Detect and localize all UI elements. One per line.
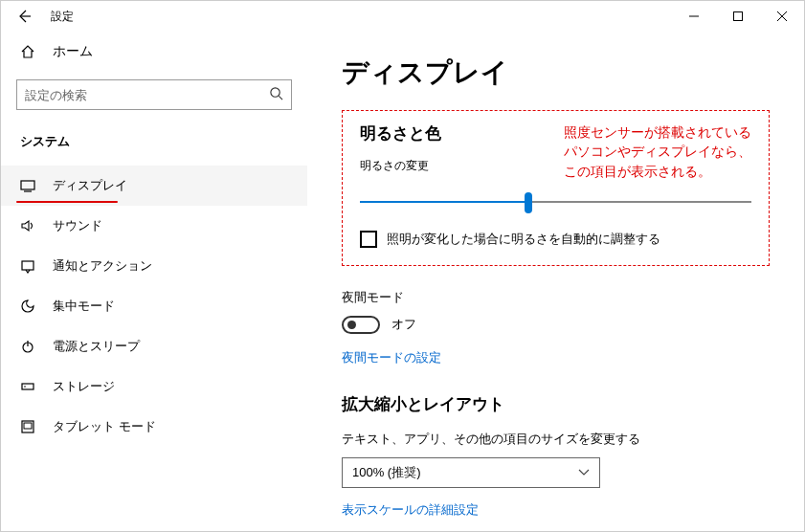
night-mode-settings-link[interactable]: 夜間モードの設定 xyxy=(342,349,770,366)
sidebar: ホーム システム ディスプレイ サウンド 通知とアクション xyxy=(1,32,307,531)
storage-icon xyxy=(20,379,35,394)
maximize-button[interactable] xyxy=(716,1,760,32)
sidebar-item-tablet[interactable]: タブレット モード xyxy=(1,407,307,447)
scale-value: 100% (推奨) xyxy=(352,464,421,481)
scale-advanced-link[interactable]: 表示スケールの詳細設定 xyxy=(342,501,770,519)
close-button[interactable] xyxy=(760,1,804,32)
svg-point-4 xyxy=(271,88,280,97)
sidebar-item-sound[interactable]: サウンド xyxy=(1,206,307,246)
auto-brightness-checkbox[interactable] xyxy=(360,231,377,248)
display-icon xyxy=(20,178,35,193)
svg-line-5 xyxy=(279,96,282,100)
window-controls xyxy=(672,1,804,32)
sidebar-item-storage[interactable]: ストレージ xyxy=(1,366,307,407)
toggle-knob xyxy=(347,321,356,329)
focus-icon xyxy=(20,299,35,314)
sidebar-item-label: 電源とスリープ xyxy=(53,338,140,355)
sidebar-section-title: システム xyxy=(1,125,307,166)
sidebar-item-power[interactable]: 電源とスリープ xyxy=(1,326,307,366)
svg-rect-1 xyxy=(734,12,743,21)
annotation-underline xyxy=(16,201,118,203)
sidebar-item-label: 通知とアクション xyxy=(53,257,152,275)
sidebar-item-focus[interactable]: 集中モード xyxy=(1,286,307,326)
auto-brightness-row[interactable]: 照明が変化した場合に明るさを自動的に調整する xyxy=(360,231,751,248)
chevron-down-icon xyxy=(578,467,590,478)
brightness-slider[interactable] xyxy=(360,190,751,213)
sidebar-item-notifications[interactable]: 通知とアクション xyxy=(1,246,307,286)
slider-track-rest xyxy=(528,201,751,203)
home-label: ホーム xyxy=(53,43,93,60)
content-area: ディスプレイ 明るさと色 明るさの変更 照度センサーが搭載されている パソコンや… xyxy=(307,32,804,531)
svg-rect-14 xyxy=(24,423,32,429)
sidebar-item-label: タブレット モード xyxy=(53,418,156,435)
minimize-button[interactable] xyxy=(672,1,716,32)
tablet-icon xyxy=(20,419,35,434)
night-mode-state: オフ xyxy=(391,316,416,333)
titlebar: 設定 xyxy=(1,1,804,32)
power-icon xyxy=(20,339,35,354)
sidebar-item-label: ストレージ xyxy=(53,378,115,395)
annotation-box: 明るさと色 明るさの変更 照度センサーが搭載されている パソコンやディスプレイな… xyxy=(342,110,770,266)
scale-dropdown[interactable]: 100% (推奨) xyxy=(342,457,600,488)
brightness-label: 明るさの変更 xyxy=(360,158,441,174)
brightness-heading: 明るさと色 xyxy=(360,122,441,144)
night-mode-toggle[interactable] xyxy=(342,316,380,334)
slider-thumb[interactable] xyxy=(525,192,532,213)
scale-heading: 拡大縮小とレイアウト xyxy=(342,393,770,415)
svg-rect-6 xyxy=(21,181,34,189)
page-title: ディスプレイ xyxy=(342,55,770,91)
notifications-icon xyxy=(20,258,35,274)
sidebar-item-display[interactable]: ディスプレイ xyxy=(1,166,307,206)
svg-rect-11 xyxy=(22,384,34,389)
night-mode-label: 夜間モード xyxy=(342,289,770,306)
sound-icon xyxy=(20,218,35,233)
slider-track-fill xyxy=(360,201,528,203)
scale-description: テキスト、アプリ、その他の項目のサイズを変更する xyxy=(342,431,770,448)
home-icon xyxy=(20,44,35,59)
svg-point-12 xyxy=(24,386,26,388)
sidebar-item-label: 集中モード xyxy=(53,298,115,315)
window-title: 設定 xyxy=(51,9,74,25)
search-box[interactable] xyxy=(16,79,292,110)
auto-brightness-label: 照明が変化した場合に明るさを自動的に調整する xyxy=(387,231,660,248)
back-button[interactable] xyxy=(9,1,39,32)
annotation-note: 照度センサーが搭載されている パソコンやディスプレイなら、 この項目が表示される… xyxy=(564,122,751,181)
sidebar-item-label: サウンド xyxy=(53,217,102,234)
sidebar-item-label: ディスプレイ xyxy=(53,177,127,194)
search-icon xyxy=(269,86,283,103)
search-input[interactable] xyxy=(25,88,269,102)
home-button[interactable]: ホーム xyxy=(1,32,307,72)
svg-rect-8 xyxy=(22,261,34,270)
